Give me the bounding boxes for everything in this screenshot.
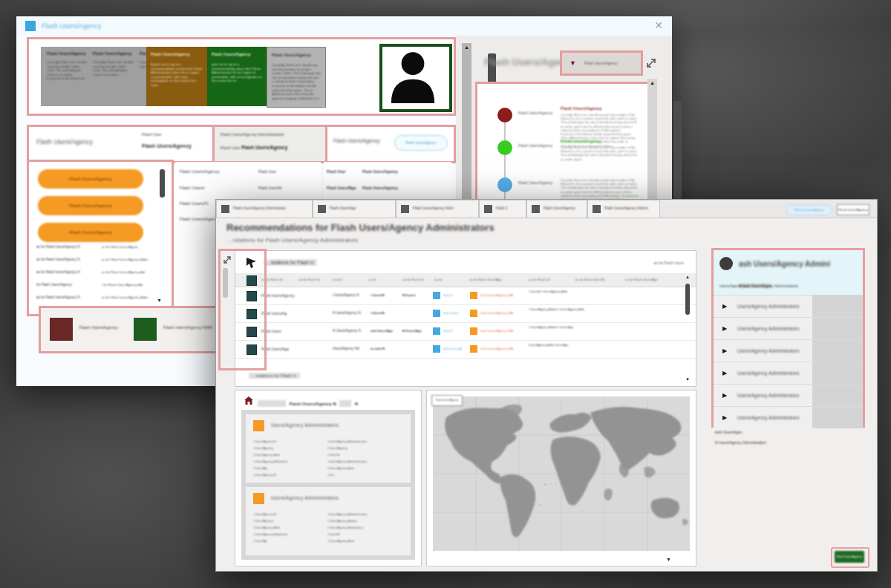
green-button-highlight: Flash Users/Agency	[831, 547, 869, 568]
primary-action-button[interactable]: Flash Users/Agency	[786, 205, 832, 215]
table-scrollbar[interactable]: ▲ ▼	[684, 275, 691, 383]
row-col5: N Users/	[402, 293, 415, 297]
breadcrumb[interactable]: Flash Users/Agency N N	[258, 396, 358, 404]
expand-right-icon[interactable]: ▶	[722, 325, 727, 332]
column-header[interactable]: as fo	[369, 278, 376, 281]
table-footer-label: ...ndations for Flash U	[249, 373, 300, 379]
list-item[interactable]: as for Flash Users/Agency Nas for Flash …	[36, 270, 167, 281]
tab-5[interactable]: Flash Users/Agency	[526, 200, 587, 218]
row-col4: i Users/N	[371, 293, 385, 297]
blue-status-label[interactable]: lash N	[443, 329, 452, 333]
legend-label: Flash Users/Agency	[79, 325, 118, 330]
list-item-left: as for Flash Users/Agency N	[36, 258, 79, 261]
orange-pill-button[interactable]: Flash Users/Agency	[38, 169, 143, 189]
table-row[interactable]: Flash Users/Ag N Users/Agency N i Users/…	[235, 304, 696, 323]
list-item[interactable]: for Flash Users/Agencyi for Flash Users/…	[36, 283, 167, 293]
tab-4[interactable]: Flash 1	[479, 200, 526, 218]
sidebar-expander-row[interactable]: ▶Users/Agency Administrators	[714, 406, 863, 428]
column-header[interactable]: as for Flash Users/Age	[625, 278, 658, 281]
back-window-title: Flash Users/Agency	[42, 22, 102, 30]
scrollbar-thumb[interactable]	[160, 169, 165, 197]
scrollbar-thumb[interactable]	[673, 101, 682, 212]
blue-status-label[interactable]: lash Users/A	[443, 347, 462, 350]
sidebar-row-value-block	[812, 295, 863, 317]
scroll-down-icon[interactable]: ▼	[684, 377, 691, 382]
list-item[interactable]: as for Flash Users/Agency Nas for Flash …	[36, 295, 167, 306]
breadcrumb-highlight	[339, 400, 351, 407]
sidebar-expander-row[interactable]: ▶Users/Agency Administrators	[714, 317, 863, 339]
sidebar-below-line: N Users/Agency Administration	[715, 440, 766, 445]
info-box-line-a: Flash User	[221, 146, 241, 150]
legend-panel: Flash Users/Agency Flash Users/Agency NA…	[39, 306, 230, 353]
column-header[interactable]: as for Flash Us	[529, 278, 550, 281]
checkbox-icon[interactable]	[247, 291, 257, 301]
checkbox-icon[interactable]	[247, 275, 257, 286]
tab-2[interactable]: Flash Users/Age	[313, 200, 396, 218]
expand-right-icon[interactable]: ▶	[722, 347, 727, 354]
column-header[interactable]: as for Flash Users/Age	[469, 278, 502, 281]
list-item[interactable]: as for Flash Users/Agency Nas for Flash …	[36, 258, 167, 268]
table-row[interactable]: Flash Users/Aga Users/Agency NA as fash …	[235, 340, 696, 359]
orange-status-label[interactable]: lash Users/Agency NA	[480, 293, 513, 297]
sidebar-expander-row[interactable]: ▶Users/Agency Administrators	[714, 362, 863, 384]
scroll-down-icon[interactable]: ▼	[666, 557, 671, 562]
expand-icon[interactable]	[644, 56, 658, 70]
list-item[interactable]: as for Flash Users/Agency Nas for Flash …	[36, 245, 167, 255]
green-action-button[interactable]: Flash Users/Agency	[835, 551, 864, 563]
expand-right-icon[interactable]: ▶	[722, 303, 727, 310]
expand-right-icon[interactable]: ▶	[722, 392, 727, 399]
blue-status-icon	[433, 327, 440, 335]
scrollbar-thumb[interactable]	[223, 268, 228, 298]
scrollbar-thumb[interactable]	[685, 284, 690, 315]
column-header[interactable]: as for I	[333, 278, 342, 281]
table-row[interactable]: Flash Users/Agency i Users/Agency N i Us…	[235, 287, 696, 305]
sidebar-expander-row[interactable]: ▶Users/Agency Administrators	[714, 384, 863, 406]
close-icon[interactable]: ✕	[654, 19, 663, 31]
orange-pill-button[interactable]: Flash Users/Agency	[38, 196, 143, 215]
orange-status-label[interactable]: lash Users/Agency NA	[480, 347, 513, 350]
tab-1[interactable]: Flash Users/Agency Administrato	[216, 200, 313, 218]
world-map[interactable]: S O U T H A T L A N T I C	[433, 396, 690, 551]
orange-pill-button[interactable]: Flash Users/Agency	[38, 223, 143, 242]
checkbox-icon[interactable]	[247, 327, 257, 337]
column-header[interactable]: as for Flash Users/N	[575, 278, 604, 281]
secondary-action-button[interactable]: Flash Users/Agency	[837, 204, 869, 215]
breadcrumb-tail: N	[355, 402, 358, 406]
info-box-pill-button[interactable]: Flash Users/Agency	[394, 135, 448, 151]
sidebar-expander-row[interactable]: ▶Users/Agency Administrators	[714, 295, 863, 317]
home-icon[interactable]	[244, 396, 253, 405]
hero-card-gray[interactable]: Flash Users/Agency Casually, Flash user …	[267, 47, 326, 108]
blue-status-label[interactable]: lash U	[443, 293, 452, 297]
row-detail-lines: Users/Agency Admi Users/Aga	[529, 343, 568, 347]
hero-card-green[interactable]: Flash Users/Agency goes on to say to a r…	[207, 47, 267, 106]
hero-card-title: Flash Users/Agency	[207, 47, 267, 56]
orange-status-label[interactable]: lash Users/Agency NA	[480, 311, 513, 315]
table-top-right-label: as for Flash Users	[653, 261, 684, 265]
row-col3: Users/Agency NA	[333, 347, 359, 350]
hero-card-brown[interactable]: Flash Users/Agency A goes on to say to a…	[146, 47, 207, 106]
checkbox-icon[interactable]	[247, 344, 257, 355]
dropdown-button[interactable]: ▼ Flash Users/Agency	[560, 50, 643, 76]
table-row[interactable]: Flash Users N Users/Agency N ash Users/A…	[235, 322, 696, 341]
blue-status-label[interactable]: lash Users	[443, 311, 459, 315]
back-window-titlebar: Flash Users/Agency ✕	[16, 16, 672, 36]
checkbox-icon[interactable]	[247, 309, 257, 319]
column-header[interactable]: as for Flash Us	[402, 278, 424, 281]
tab-6[interactable]: Flash Users/Agency Admini	[587, 200, 660, 218]
column-header[interactable]: as for	[434, 278, 443, 281]
tab-3[interactable]: Flash Users/Agency Admi	[396, 200, 479, 218]
scroll-up-icon[interactable]: ▲	[647, 80, 657, 85]
column-header[interactable]: as for Flash Us	[298, 278, 320, 281]
tab-icon	[484, 205, 492, 213]
expand-right-icon[interactable]: ▶	[722, 370, 727, 376]
orange-status-label[interactable]: lash Users/Agency NA	[480, 329, 513, 333]
scroll-up-icon[interactable]: ▲	[462, 45, 471, 50]
timeline-entry-title: Flash Users/Agency	[561, 106, 639, 111]
expand-icon[interactable]	[222, 255, 232, 265]
scroll-down-icon[interactable]: ▼	[157, 298, 162, 303]
column-header[interactable]: as for Flash Us	[261, 278, 283, 281]
expand-right-icon[interactable]: ▶	[722, 414, 727, 421]
sidebar-expander-row[interactable]: ▶Users/Agency Administrators	[714, 339, 863, 362]
scroll-up-icon[interactable]: ▲	[684, 275, 691, 279]
list-item-right: as for Flash Users/Agency Admi	[102, 295, 148, 299]
